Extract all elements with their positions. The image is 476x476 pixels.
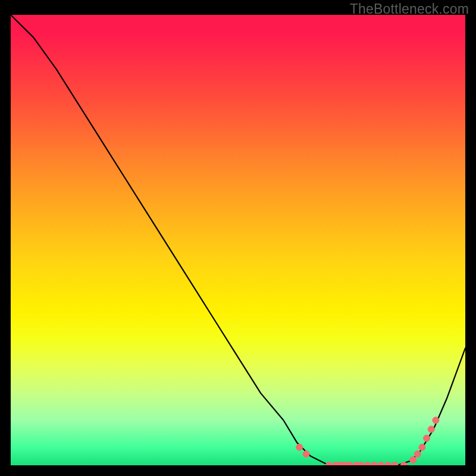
attribution-text: TheBottleneck.com <box>350 1 469 17</box>
highlight-dot <box>346 462 353 466</box>
highlight-dot <box>385 462 392 466</box>
highlight-dot <box>358 462 364 466</box>
highlight-dot <box>392 462 398 466</box>
highlight-dot <box>371 462 378 466</box>
highlight-dot <box>303 451 309 458</box>
highlight-dot <box>378 462 384 466</box>
highlight-dot <box>424 435 430 441</box>
highlight-dot <box>428 426 434 433</box>
highlight-dot <box>296 444 303 450</box>
highlight-dots-group <box>296 417 439 465</box>
highlight-dot <box>414 451 421 458</box>
highlight-dot <box>433 417 439 424</box>
highlight-dot <box>325 462 332 466</box>
bottleneck-curve <box>11 15 465 465</box>
chart-svg <box>11 15 465 465</box>
highlight-dot <box>364 462 371 466</box>
highlight-dot <box>419 444 425 450</box>
highlight-dot <box>410 456 416 463</box>
stage: TheBottleneck.com <box>0 0 476 476</box>
plot-area <box>11 15 465 465</box>
